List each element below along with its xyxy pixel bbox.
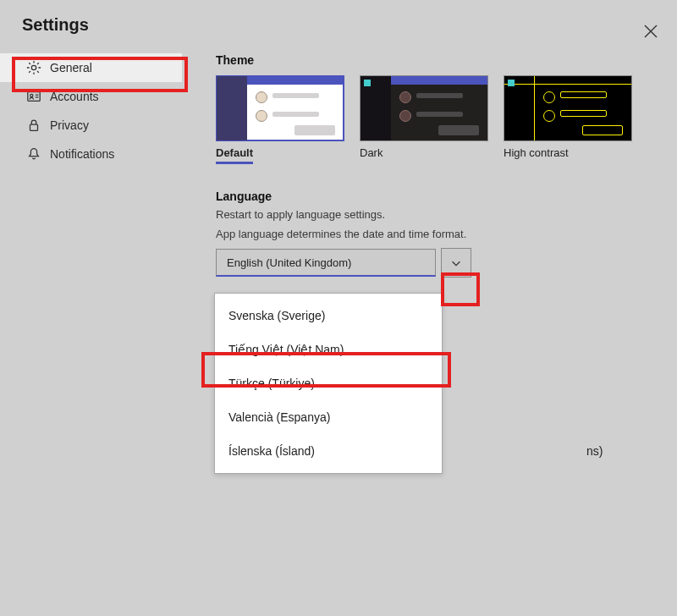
page-title: Settings xyxy=(22,15,655,35)
theme-option-dark[interactable]: Dark xyxy=(360,75,488,164)
theme-label: High contrast xyxy=(504,146,632,159)
sidebar-item-label: General xyxy=(50,61,92,74)
sidebar-item-notifications[interactable]: Notifications xyxy=(0,140,182,168)
sidebar-item-label: Notifications xyxy=(50,147,114,161)
id-card-icon xyxy=(26,89,41,104)
chevron-down-icon[interactable] xyxy=(441,248,471,278)
language-option[interactable]: Türkçe (Türkiye) xyxy=(215,366,442,400)
language-dropdown[interactable]: English (United Kingdom) xyxy=(216,249,436,277)
language-option[interactable]: Íslenska (Ísland) xyxy=(215,434,442,468)
language-restart-hint: Restart to apply language settings. xyxy=(216,208,657,221)
language-selected-value: English (United Kingdom) xyxy=(227,256,351,269)
sidebar-item-accounts[interactable]: Accounts xyxy=(0,82,182,111)
theme-thumbnail xyxy=(216,75,344,141)
theme-options: Default Dark xyxy=(216,75,657,164)
theme-option-default[interactable]: Default xyxy=(216,75,344,164)
svg-rect-7 xyxy=(30,124,38,130)
language-dropdown-list: Svenska (Sverige) Tiếng Việt (Việt Nam) … xyxy=(214,293,443,474)
annotation-highlight xyxy=(441,272,480,306)
theme-section-title: Theme xyxy=(216,53,657,67)
language-section-title: Language xyxy=(216,190,657,203)
gear-icon xyxy=(26,60,41,75)
lock-icon xyxy=(26,118,41,133)
language-option[interactable]: Svenska (Sverige) xyxy=(215,299,442,333)
obscured-text-fragment: ns) xyxy=(586,444,603,458)
bell-icon xyxy=(26,146,41,162)
language-description: App language determines the date and tim… xyxy=(216,228,657,240)
sidebar-item-label: Accounts xyxy=(50,90,99,103)
svg-point-4 xyxy=(30,94,33,96)
close-icon[interactable] xyxy=(643,24,658,39)
theme-thumbnail xyxy=(360,75,488,141)
sidebar-item-privacy[interactable]: Privacy xyxy=(0,111,182,140)
svg-rect-3 xyxy=(28,92,40,102)
language-option[interactable]: Valencià (Espanya) xyxy=(215,400,442,434)
theme-label: Dark xyxy=(360,146,488,159)
settings-sidebar: General Accounts Privacy Notifications xyxy=(0,45,182,277)
language-option[interactable]: Tiếng Việt (Việt Nam) xyxy=(215,333,442,366)
sidebar-item-general[interactable]: General xyxy=(0,53,182,82)
theme-label: Default xyxy=(216,146,253,164)
theme-option-high-contrast[interactable]: High contrast xyxy=(504,75,632,164)
sidebar-item-label: Privacy xyxy=(50,118,89,132)
theme-thumbnail xyxy=(504,75,632,141)
svg-point-2 xyxy=(31,65,36,69)
